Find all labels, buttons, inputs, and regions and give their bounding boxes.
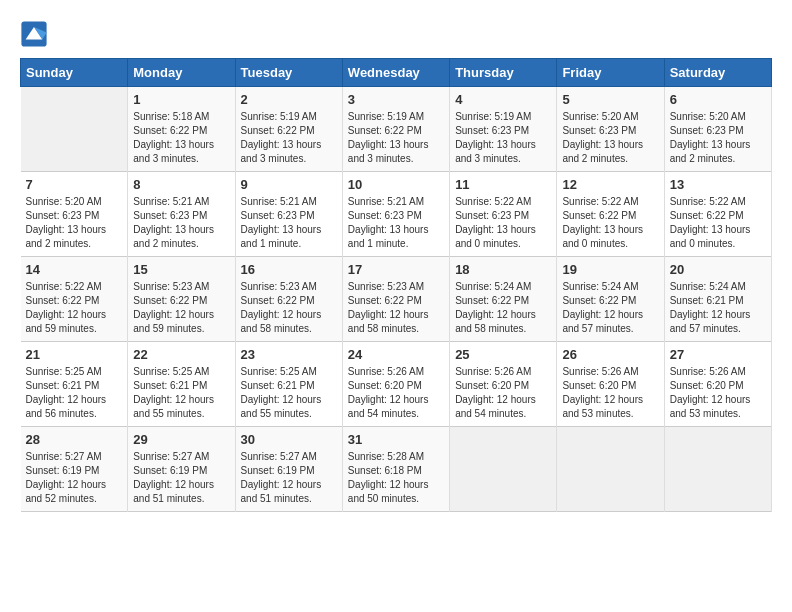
day-number: 26 xyxy=(562,347,658,362)
day-info: Sunrise: 5:23 AM Sunset: 6:22 PM Dayligh… xyxy=(133,280,229,336)
calendar-cell: 8Sunrise: 5:21 AM Sunset: 6:23 PM Daylig… xyxy=(128,172,235,257)
day-info: Sunrise: 5:22 AM Sunset: 6:22 PM Dayligh… xyxy=(670,195,766,251)
day-number: 30 xyxy=(241,432,337,447)
calendar-cell: 23Sunrise: 5:25 AM Sunset: 6:21 PM Dayli… xyxy=(235,342,342,427)
day-number: 10 xyxy=(348,177,444,192)
calendar-cell: 3Sunrise: 5:19 AM Sunset: 6:22 PM Daylig… xyxy=(342,87,449,172)
calendar-cell: 24Sunrise: 5:26 AM Sunset: 6:20 PM Dayli… xyxy=(342,342,449,427)
day-info: Sunrise: 5:20 AM Sunset: 6:23 PM Dayligh… xyxy=(562,110,658,166)
calendar-cell: 28Sunrise: 5:27 AM Sunset: 6:19 PM Dayli… xyxy=(21,427,128,512)
day-info: Sunrise: 5:26 AM Sunset: 6:20 PM Dayligh… xyxy=(562,365,658,421)
weekday-header: Monday xyxy=(128,59,235,87)
calendar-cell: 10Sunrise: 5:21 AM Sunset: 6:23 PM Dayli… xyxy=(342,172,449,257)
calendar-cell: 13Sunrise: 5:22 AM Sunset: 6:22 PM Dayli… xyxy=(664,172,771,257)
day-info: Sunrise: 5:24 AM Sunset: 6:21 PM Dayligh… xyxy=(670,280,766,336)
calendar-cell: 16Sunrise: 5:23 AM Sunset: 6:22 PM Dayli… xyxy=(235,257,342,342)
calendar-cell: 11Sunrise: 5:22 AM Sunset: 6:23 PM Dayli… xyxy=(450,172,557,257)
calendar-cell: 20Sunrise: 5:24 AM Sunset: 6:21 PM Dayli… xyxy=(664,257,771,342)
day-info: Sunrise: 5:26 AM Sunset: 6:20 PM Dayligh… xyxy=(670,365,766,421)
calendar-header-row: SundayMondayTuesdayWednesdayThursdayFrid… xyxy=(21,59,772,87)
day-number: 4 xyxy=(455,92,551,107)
calendar-week-row: 28Sunrise: 5:27 AM Sunset: 6:19 PM Dayli… xyxy=(21,427,772,512)
calendar-cell: 27Sunrise: 5:26 AM Sunset: 6:20 PM Dayli… xyxy=(664,342,771,427)
calendar-cell xyxy=(21,87,128,172)
calendar-cell: 29Sunrise: 5:27 AM Sunset: 6:19 PM Dayli… xyxy=(128,427,235,512)
day-info: Sunrise: 5:19 AM Sunset: 6:22 PM Dayligh… xyxy=(241,110,337,166)
day-number: 22 xyxy=(133,347,229,362)
day-number: 14 xyxy=(26,262,123,277)
day-number: 2 xyxy=(241,92,337,107)
day-info: Sunrise: 5:21 AM Sunset: 6:23 PM Dayligh… xyxy=(241,195,337,251)
calendar-cell: 26Sunrise: 5:26 AM Sunset: 6:20 PM Dayli… xyxy=(557,342,664,427)
calendar-week-row: 7Sunrise: 5:20 AM Sunset: 6:23 PM Daylig… xyxy=(21,172,772,257)
day-info: Sunrise: 5:24 AM Sunset: 6:22 PM Dayligh… xyxy=(562,280,658,336)
logo xyxy=(20,20,52,48)
calendar-cell xyxy=(664,427,771,512)
day-info: Sunrise: 5:22 AM Sunset: 6:23 PM Dayligh… xyxy=(455,195,551,251)
day-info: Sunrise: 5:25 AM Sunset: 6:21 PM Dayligh… xyxy=(241,365,337,421)
day-number: 25 xyxy=(455,347,551,362)
calendar-cell: 19Sunrise: 5:24 AM Sunset: 6:22 PM Dayli… xyxy=(557,257,664,342)
day-number: 28 xyxy=(26,432,123,447)
day-info: Sunrise: 5:24 AM Sunset: 6:22 PM Dayligh… xyxy=(455,280,551,336)
day-info: Sunrise: 5:23 AM Sunset: 6:22 PM Dayligh… xyxy=(241,280,337,336)
logo-icon xyxy=(20,20,48,48)
calendar-cell: 6Sunrise: 5:20 AM Sunset: 6:23 PM Daylig… xyxy=(664,87,771,172)
weekday-header: Tuesday xyxy=(235,59,342,87)
day-number: 21 xyxy=(26,347,123,362)
page-header xyxy=(20,20,772,48)
calendar-cell: 1Sunrise: 5:18 AM Sunset: 6:22 PM Daylig… xyxy=(128,87,235,172)
day-info: Sunrise: 5:26 AM Sunset: 6:20 PM Dayligh… xyxy=(455,365,551,421)
day-number: 27 xyxy=(670,347,766,362)
day-number: 23 xyxy=(241,347,337,362)
day-info: Sunrise: 5:25 AM Sunset: 6:21 PM Dayligh… xyxy=(133,365,229,421)
calendar-cell: 7Sunrise: 5:20 AM Sunset: 6:23 PM Daylig… xyxy=(21,172,128,257)
day-number: 15 xyxy=(133,262,229,277)
day-number: 1 xyxy=(133,92,229,107)
weekday-header: Saturday xyxy=(664,59,771,87)
calendar-cell: 12Sunrise: 5:22 AM Sunset: 6:22 PM Dayli… xyxy=(557,172,664,257)
day-info: Sunrise: 5:28 AM Sunset: 6:18 PM Dayligh… xyxy=(348,450,444,506)
day-number: 8 xyxy=(133,177,229,192)
day-number: 7 xyxy=(26,177,123,192)
day-number: 19 xyxy=(562,262,658,277)
day-info: Sunrise: 5:27 AM Sunset: 6:19 PM Dayligh… xyxy=(26,450,123,506)
day-info: Sunrise: 5:18 AM Sunset: 6:22 PM Dayligh… xyxy=(133,110,229,166)
calendar-cell: 30Sunrise: 5:27 AM Sunset: 6:19 PM Dayli… xyxy=(235,427,342,512)
day-number: 3 xyxy=(348,92,444,107)
day-number: 24 xyxy=(348,347,444,362)
day-info: Sunrise: 5:23 AM Sunset: 6:22 PM Dayligh… xyxy=(348,280,444,336)
day-info: Sunrise: 5:25 AM Sunset: 6:21 PM Dayligh… xyxy=(26,365,123,421)
day-number: 11 xyxy=(455,177,551,192)
weekday-header: Wednesday xyxy=(342,59,449,87)
calendar-cell: 2Sunrise: 5:19 AM Sunset: 6:22 PM Daylig… xyxy=(235,87,342,172)
weekday-header: Thursday xyxy=(450,59,557,87)
day-info: Sunrise: 5:22 AM Sunset: 6:22 PM Dayligh… xyxy=(562,195,658,251)
day-info: Sunrise: 5:21 AM Sunset: 6:23 PM Dayligh… xyxy=(133,195,229,251)
day-number: 6 xyxy=(670,92,766,107)
weekday-header: Sunday xyxy=(21,59,128,87)
calendar-week-row: 14Sunrise: 5:22 AM Sunset: 6:22 PM Dayli… xyxy=(21,257,772,342)
day-number: 29 xyxy=(133,432,229,447)
calendar-table: SundayMondayTuesdayWednesdayThursdayFrid… xyxy=(20,58,772,512)
day-number: 9 xyxy=(241,177,337,192)
day-number: 18 xyxy=(455,262,551,277)
day-info: Sunrise: 5:19 AM Sunset: 6:22 PM Dayligh… xyxy=(348,110,444,166)
calendar-cell: 5Sunrise: 5:20 AM Sunset: 6:23 PM Daylig… xyxy=(557,87,664,172)
day-number: 13 xyxy=(670,177,766,192)
calendar-cell xyxy=(557,427,664,512)
day-info: Sunrise: 5:21 AM Sunset: 6:23 PM Dayligh… xyxy=(348,195,444,251)
calendar-week-row: 1Sunrise: 5:18 AM Sunset: 6:22 PM Daylig… xyxy=(21,87,772,172)
day-number: 31 xyxy=(348,432,444,447)
calendar-cell: 15Sunrise: 5:23 AM Sunset: 6:22 PM Dayli… xyxy=(128,257,235,342)
day-number: 16 xyxy=(241,262,337,277)
calendar-cell: 14Sunrise: 5:22 AM Sunset: 6:22 PM Dayli… xyxy=(21,257,128,342)
calendar-cell: 25Sunrise: 5:26 AM Sunset: 6:20 PM Dayli… xyxy=(450,342,557,427)
weekday-header: Friday xyxy=(557,59,664,87)
calendar-cell: 31Sunrise: 5:28 AM Sunset: 6:18 PM Dayli… xyxy=(342,427,449,512)
day-info: Sunrise: 5:27 AM Sunset: 6:19 PM Dayligh… xyxy=(133,450,229,506)
calendar-week-row: 21Sunrise: 5:25 AM Sunset: 6:21 PM Dayli… xyxy=(21,342,772,427)
calendar-cell xyxy=(450,427,557,512)
day-info: Sunrise: 5:19 AM Sunset: 6:23 PM Dayligh… xyxy=(455,110,551,166)
day-number: 5 xyxy=(562,92,658,107)
